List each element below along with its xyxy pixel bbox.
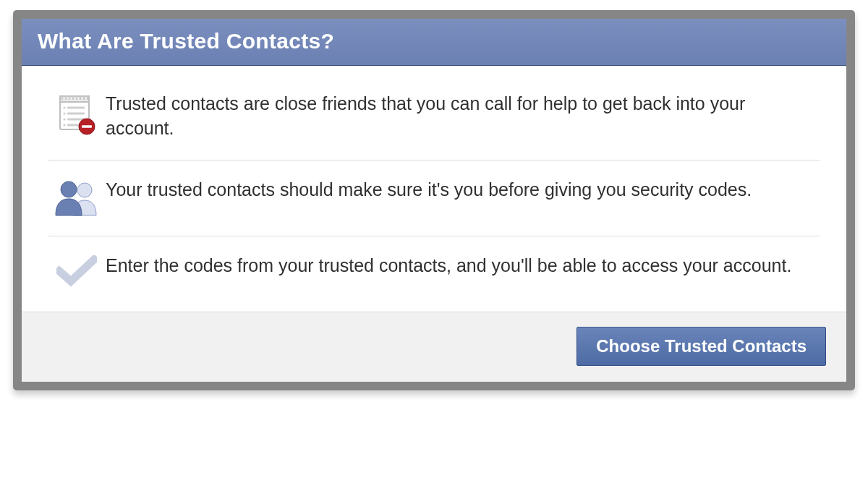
- svg-rect-11: [67, 107, 85, 109]
- svg-point-10: [63, 106, 65, 108]
- svg-point-16: [63, 124, 65, 126]
- dialog-header: What Are Trusted Contacts?: [22, 19, 846, 66]
- info-row-text: Your trusted contacts should make sure i…: [106, 178, 820, 202]
- friends-icon: [48, 178, 106, 217]
- svg-point-21: [61, 181, 77, 197]
- dialog-title: What Are Trusted Contacts?: [38, 29, 830, 53]
- info-row: Trusted contacts are close friends that …: [48, 74, 820, 160]
- checkmark-icon: [48, 254, 106, 287]
- choose-trusted-contacts-button[interactable]: Choose Trusted Contacts: [576, 327, 826, 366]
- dialog-footer: Choose Trusted Contacts: [22, 312, 846, 382]
- svg-point-12: [63, 112, 65, 114]
- info-row-text: Trusted contacts are close friends that …: [106, 92, 820, 141]
- dialog-body: Trusted contacts are close friends that …: [22, 66, 846, 312]
- info-row: Enter the codes from your trusted contac…: [48, 236, 820, 306]
- info-row-text: Enter the codes from your trusted contac…: [106, 254, 820, 278]
- svg-point-20: [77, 183, 92, 197]
- svg-rect-17: [67, 124, 80, 127]
- info-row: Your trusted contacts should make sure i…: [48, 160, 820, 236]
- svg-rect-19: [82, 125, 92, 128]
- svg-rect-13: [67, 113, 85, 115]
- svg-point-14: [63, 118, 65, 120]
- notepad-blocked-icon: [48, 92, 106, 135]
- trusted-contacts-dialog: What Are Trusted Contacts?: [13, 10, 855, 390]
